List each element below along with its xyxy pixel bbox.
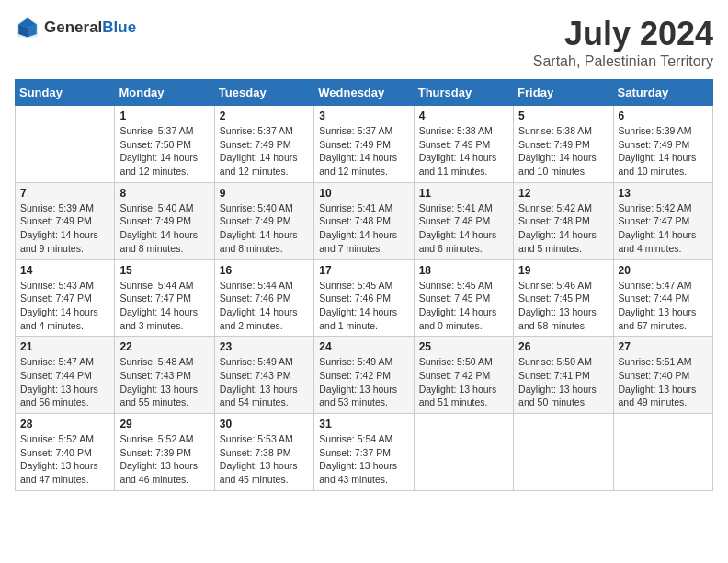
calendar-cell: 16Sunrise: 5:44 AM Sunset: 7:46 PM Dayli…	[214, 259, 313, 337]
day-number: 3	[319, 109, 408, 122]
day-header-monday: Monday	[115, 80, 214, 106]
day-info: Sunrise: 5:51 AM Sunset: 7:40 PM Dayligh…	[619, 355, 708, 409]
day-number: 14	[20, 264, 109, 277]
day-number: 5	[518, 109, 608, 122]
calendar-cell: 30Sunrise: 5:53 AM Sunset: 7:38 PM Dayli…	[214, 414, 313, 491]
calendar-cell: 13Sunrise: 5:42 AM Sunset: 7:47 PM Dayli…	[613, 182, 712, 259]
day-number: 22	[119, 340, 209, 353]
day-header-saturday: Saturday	[613, 80, 712, 106]
day-number: 23	[220, 340, 309, 353]
day-number: 21	[20, 340, 109, 353]
day-info: Sunrise: 5:52 AM Sunset: 7:39 PM Dayligh…	[119, 432, 209, 487]
day-info: Sunrise: 5:43 AM Sunset: 7:47 PM Dayligh…	[20, 279, 109, 333]
logo-blue: Blue	[102, 18, 136, 37]
calendar-cell: 3Sunrise: 5:37 AM Sunset: 7:49 PM Daylig…	[314, 106, 414, 183]
main-title: July 2024	[533, 15, 713, 53]
day-number: 6	[619, 109, 708, 122]
day-number: 10	[319, 187, 408, 200]
day-info: Sunrise: 5:41 AM Sunset: 7:48 PM Dayligh…	[319, 201, 408, 256]
logo-general: General	[44, 18, 102, 37]
day-info: Sunrise: 5:52 AM Sunset: 7:40 PM Dayligh…	[20, 432, 109, 487]
calendar-cell: 19Sunrise: 5:46 AM Sunset: 7:45 PM Dayli…	[514, 259, 613, 337]
day-info: Sunrise: 5:53 AM Sunset: 7:38 PM Dayligh…	[220, 432, 309, 487]
day-header-thursday: Thursday	[414, 80, 513, 106]
calendar-table: SundayMondayTuesdayWednesdayThursdayFrid…	[15, 79, 713, 491]
day-number: 26	[518, 340, 608, 353]
calendar-cell: 29Sunrise: 5:52 AM Sunset: 7:39 PM Dayli…	[115, 414, 214, 491]
calendar-cell: 27Sunrise: 5:51 AM Sunset: 7:40 PM Dayli…	[613, 337, 712, 414]
day-number: 25	[419, 340, 508, 353]
day-number: 28	[20, 418, 109, 431]
day-info: Sunrise: 5:44 AM Sunset: 7:47 PM Dayligh…	[119, 279, 209, 333]
calendar-cell: 1Sunrise: 5:37 AM Sunset: 7:50 PM Daylig…	[115, 106, 214, 183]
calendar-cell: 6Sunrise: 5:39 AM Sunset: 7:49 PM Daylig…	[613, 106, 712, 183]
day-info: Sunrise: 5:39 AM Sunset: 7:49 PM Dayligh…	[619, 124, 708, 178]
day-number: 29	[119, 418, 209, 431]
calendar-cell: 7Sunrise: 5:39 AM Sunset: 7:49 PM Daylig…	[16, 182, 115, 259]
day-info: Sunrise: 5:47 AM Sunset: 7:44 PM Dayligh…	[619, 279, 708, 333]
calendar-cell	[414, 414, 513, 491]
day-info: Sunrise: 5:49 AM Sunset: 7:42 PM Dayligh…	[319, 355, 408, 409]
day-info: Sunrise: 5:38 AM Sunset: 7:49 PM Dayligh…	[419, 124, 508, 178]
day-info: Sunrise: 5:38 AM Sunset: 7:49 PM Dayligh…	[518, 124, 608, 178]
day-info: Sunrise: 5:40 AM Sunset: 7:49 PM Dayligh…	[220, 201, 309, 256]
title-block: July 2024 Sartah, Palestinian Territory	[533, 15, 713, 70]
day-info: Sunrise: 5:44 AM Sunset: 7:46 PM Dayligh…	[220, 279, 309, 333]
calendar-week-5: 28Sunrise: 5:52 AM Sunset: 7:40 PM Dayli…	[16, 414, 713, 491]
day-info: Sunrise: 5:54 AM Sunset: 7:37 PM Dayligh…	[319, 432, 408, 487]
calendar-cell: 12Sunrise: 5:42 AM Sunset: 7:48 PM Dayli…	[514, 182, 613, 259]
day-info: Sunrise: 5:37 AM Sunset: 7:49 PM Dayligh…	[220, 124, 309, 178]
calendar-cell: 28Sunrise: 5:52 AM Sunset: 7:40 PM Dayli…	[16, 414, 115, 491]
calendar-cell	[514, 414, 613, 491]
day-info: Sunrise: 5:48 AM Sunset: 7:43 PM Dayligh…	[119, 355, 209, 409]
day-number: 8	[119, 187, 209, 200]
day-header-wednesday: Wednesday	[314, 80, 414, 106]
day-number: 19	[518, 264, 608, 277]
day-info: Sunrise: 5:47 AM Sunset: 7:44 PM Dayligh…	[20, 355, 109, 409]
day-info: Sunrise: 5:39 AM Sunset: 7:49 PM Dayligh…	[20, 201, 109, 256]
calendar-cell: 14Sunrise: 5:43 AM Sunset: 7:47 PM Dayli…	[16, 259, 115, 337]
day-number: 15	[119, 264, 209, 277]
day-number: 12	[518, 187, 608, 200]
page-header: General Blue July 2024 Sartah, Palestini…	[15, 15, 713, 70]
day-number: 7	[20, 187, 109, 200]
day-number: 30	[220, 418, 309, 431]
day-number: 24	[319, 340, 408, 353]
calendar-cell: 31Sunrise: 5:54 AM Sunset: 7:37 PM Dayli…	[314, 414, 414, 491]
day-number: 13	[619, 187, 708, 200]
day-info: Sunrise: 5:40 AM Sunset: 7:49 PM Dayligh…	[119, 201, 209, 256]
day-header-sunday: Sunday	[16, 80, 115, 106]
day-header-friday: Friday	[514, 80, 613, 106]
calendar-cell: 15Sunrise: 5:44 AM Sunset: 7:47 PM Dayli…	[115, 259, 214, 337]
day-number: 18	[419, 264, 508, 277]
day-number: 9	[220, 187, 309, 200]
day-info: Sunrise: 5:42 AM Sunset: 7:47 PM Dayligh…	[619, 201, 708, 256]
calendar-cell	[16, 106, 115, 183]
calendar-cell: 21Sunrise: 5:47 AM Sunset: 7:44 PM Dayli…	[16, 337, 115, 414]
calendar-cell: 4Sunrise: 5:38 AM Sunset: 7:49 PM Daylig…	[414, 106, 513, 183]
calendar-cell	[613, 414, 712, 491]
calendar-cell: 8Sunrise: 5:40 AM Sunset: 7:49 PM Daylig…	[115, 182, 214, 259]
calendar-cell: 22Sunrise: 5:48 AM Sunset: 7:43 PM Dayli…	[115, 337, 214, 414]
day-number: 20	[619, 264, 708, 277]
day-number: 31	[319, 418, 408, 431]
day-number: 11	[419, 187, 508, 200]
calendar-cell: 11Sunrise: 5:41 AM Sunset: 7:48 PM Dayli…	[414, 182, 513, 259]
calendar-cell: 18Sunrise: 5:45 AM Sunset: 7:45 PM Dayli…	[414, 259, 513, 337]
calendar-week-2: 7Sunrise: 5:39 AM Sunset: 7:49 PM Daylig…	[16, 182, 713, 259]
day-number: 16	[220, 264, 309, 277]
calendar-cell: 25Sunrise: 5:50 AM Sunset: 7:42 PM Dayli…	[414, 337, 513, 414]
day-header-tuesday: Tuesday	[214, 80, 313, 106]
day-number: 4	[419, 109, 508, 122]
day-number: 27	[619, 340, 708, 353]
calendar-week-3: 14Sunrise: 5:43 AM Sunset: 7:47 PM Dayli…	[16, 259, 713, 337]
day-info: Sunrise: 5:50 AM Sunset: 7:41 PM Dayligh…	[518, 355, 608, 409]
calendar-cell: 10Sunrise: 5:41 AM Sunset: 7:48 PM Dayli…	[314, 182, 414, 259]
day-info: Sunrise: 5:37 AM Sunset: 7:50 PM Dayligh…	[119, 124, 209, 178]
logo: General Blue	[15, 15, 136, 40]
day-info: Sunrise: 5:49 AM Sunset: 7:43 PM Dayligh…	[220, 355, 309, 409]
day-info: Sunrise: 5:41 AM Sunset: 7:48 PM Dayligh…	[419, 201, 508, 256]
calendar-cell: 17Sunrise: 5:45 AM Sunset: 7:46 PM Dayli…	[314, 259, 414, 337]
day-info: Sunrise: 5:45 AM Sunset: 7:46 PM Dayligh…	[319, 279, 408, 333]
day-info: Sunrise: 5:45 AM Sunset: 7:45 PM Dayligh…	[419, 279, 508, 333]
